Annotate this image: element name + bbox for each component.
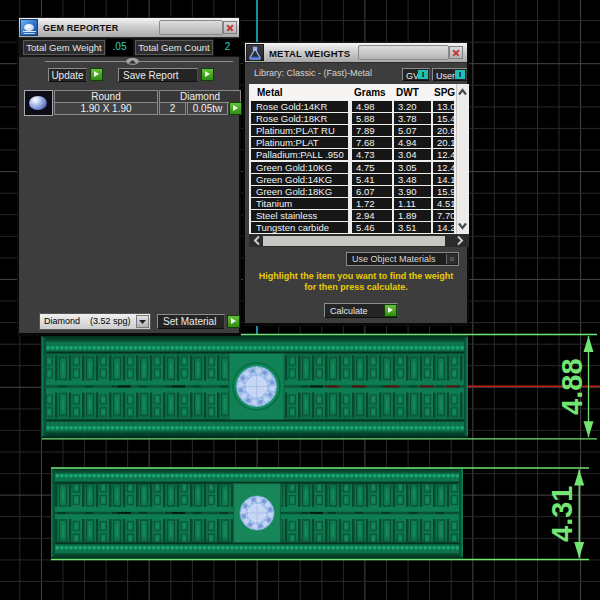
svg-text:4.31: 4.31 (546, 486, 578, 542)
svg-text:4.88: 4.88 (557, 358, 589, 414)
